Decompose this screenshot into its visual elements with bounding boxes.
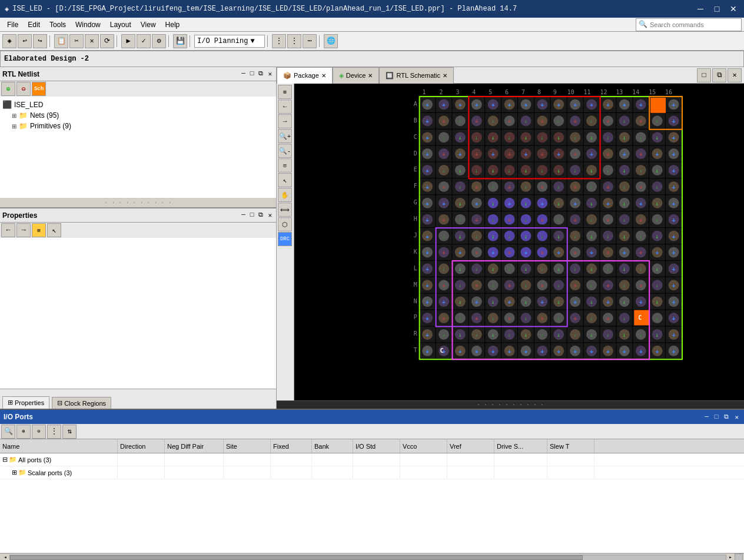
props-back-btn[interactable]: ← [1, 223, 15, 237]
io-ports-maximize[interactable]: □ [713, 413, 720, 421]
io-filter-btn[interactable]: ⋮ [47, 425, 61, 439]
toolbar-new-btn[interactable]: ◈ [2, 34, 16, 48]
toolbar-refresh-btn[interactable]: ⟳ [100, 34, 114, 48]
vsb-zoom-out-btn[interactable]: 🔍- [278, 144, 292, 158]
tab-properties[interactable]: ⊞ Properties [2, 396, 49, 409]
toolbar-pin3-btn[interactable]: ⋯ [303, 34, 317, 48]
tab-package[interactable]: 📦 Package ✕ [277, 67, 333, 84]
tab-rtl-schematic[interactable]: 🔲 RTL Schematic ✕ [379, 67, 454, 84]
tree-item-primitives[interactable]: ⊞ 📁 Primitives (9) [12, 121, 274, 131]
search-box[interactable]: 🔍 [636, 18, 742, 31]
scroll-right-btn[interactable]: ▸ [726, 554, 735, 560]
vsb-right-btn[interactable]: → [278, 114, 292, 128]
menu-tools[interactable]: Tools [45, 19, 71, 30]
io-ports-close[interactable]: ✕ [733, 413, 740, 421]
scalar-expand[interactable]: ⊞ [12, 469, 17, 476]
io-col-iostd[interactable]: I/O Std [353, 439, 400, 453]
horizontal-scrollbar[interactable]: ◂ ▸ [0, 553, 744, 560]
io-sort-btn[interactable]: ⇅ [62, 425, 77, 439]
vsb-route-btn[interactable]: ⬡ [278, 217, 292, 231]
props-cursor-btn[interactable]: ↖ [47, 223, 61, 237]
toolbar-flow-btn[interactable]: ▶ [121, 34, 135, 48]
io-col-slew[interactable]: Slew T [547, 439, 594, 453]
menu-window[interactable]: Window [71, 19, 105, 30]
toolbar-settings-btn[interactable]: ⚙ [152, 34, 166, 48]
io-row-allports[interactable]: ⊟ 📁 All ports (3) [0, 453, 744, 466]
menu-edit[interactable]: Edit [23, 19, 45, 30]
view-float-btn[interactable]: ⧉ [712, 68, 726, 82]
toolbar-delete-btn[interactable]: ✕ [85, 34, 99, 48]
toolbar-redo-btn[interactable]: ↪ [33, 34, 47, 48]
menu-view[interactable]: View [136, 19, 161, 30]
menu-help[interactable]: Help [161, 19, 185, 30]
rtl-collapse-btn[interactable]: ⊖ [16, 82, 31, 96]
rtl-netlist-float[interactable]: ⧉ [257, 70, 265, 78]
toolbar-copy-btn[interactable]: 📋 [54, 34, 68, 48]
toolbar-undo-btn[interactable]: ↩ [18, 34, 32, 48]
props-close[interactable]: ✕ [266, 211, 274, 219]
io-collapse-btn[interactable]: ⊖ [32, 425, 46, 439]
toolbar-dropdown[interactable]: I/O Planning ▼ [194, 35, 265, 48]
toolbar-pin1-btn[interactable]: ⋮ [272, 34, 286, 48]
io-col-vcco[interactable]: Vcco [400, 439, 447, 453]
io-ports-minimize[interactable]: ─ [703, 413, 710, 421]
toolbar-check-btn[interactable]: ✓ [137, 34, 151, 48]
prims-expand-icon[interactable]: ⊞ [12, 123, 16, 130]
vsb-drag-btn[interactable]: ✋ [278, 188, 292, 202]
scroll-thumb[interactable] [10, 555, 583, 560]
scroll-left-btn[interactable]: ◂ [1, 554, 9, 560]
view-maximize-btn[interactable]: □ [697, 68, 711, 82]
view-content[interactable]: 1 2 3 4 5 6 7 8 9 10 11 12 13 14 [294, 84, 744, 400]
io-col-direction[interactable]: Direction [118, 439, 165, 453]
io-col-vref[interactable]: Vref [447, 439, 494, 453]
maximize-button[interactable]: □ [711, 4, 723, 14]
vsb-left-btn[interactable]: ← [278, 100, 292, 114]
tab-device[interactable]: ◈ Device ✕ [333, 67, 380, 84]
toolbar-save-btn[interactable]: 💾 [173, 34, 187, 48]
props-restore[interactable]: □ [248, 211, 256, 219]
vsb-select-btn[interactable]: ↖ [278, 173, 292, 187]
vsb-drc-btn[interactable]: DRC [278, 232, 292, 246]
tree-item-nets[interactable]: ⊞ 📁 Nets (95) [12, 110, 274, 121]
io-col-fixed[interactable]: Fixed [271, 439, 312, 453]
view-close-btn[interactable]: ✕ [728, 68, 742, 82]
vsb-zoom-fit-btn[interactable]: ⊡ [278, 158, 292, 173]
tree-root-item[interactable]: ⬛ ISE_LED [2, 99, 274, 110]
menu-file[interactable]: File [2, 19, 23, 30]
toolbar-pin2-btn[interactable]: ⋮ [287, 34, 301, 48]
rtl-netlist-restore[interactable]: □ [248, 70, 256, 78]
props-minimize[interactable]: ─ [240, 211, 247, 219]
io-expand-btn[interactable]: ⊕ [16, 425, 31, 439]
tab-clock-regions[interactable]: ⊟ Clock Regions [52, 397, 111, 409]
rtl-netlist-close[interactable]: ✕ [266, 70, 274, 78]
io-ports-float[interactable]: ⧉ [722, 413, 730, 421]
toolbar-globe-btn[interactable]: 🌐 [324, 34, 338, 48]
minimize-button[interactable]: ─ [695, 4, 706, 14]
io-search-btn[interactable]: 🔍 [1, 425, 15, 439]
rtl-tab-close[interactable]: ✕ [443, 72, 447, 79]
io-col-drives[interactable]: Drive S... [494, 439, 547, 453]
io-col-negdiff[interactable]: Neg Diff Pair [165, 439, 224, 453]
io-col-name[interactable]: Name [0, 439, 118, 453]
vsb-stretch-btn[interactable]: ⟺ [278, 203, 292, 217]
close-button[interactable]: ✕ [728, 4, 739, 14]
props-fwd-btn[interactable]: → [16, 223, 31, 237]
io-col-site[interactable]: Site [224, 439, 271, 453]
nets-expand-icon[interactable]: ⊞ [12, 112, 16, 119]
io-row-scalar[interactable]: ⊞ 📁 Scalar ports (3) [0, 466, 744, 479]
vsb-zoom-in-btn[interactable]: 🔍+ [278, 129, 292, 143]
search-input[interactable] [650, 21, 732, 28]
rtl-netlist-minimize[interactable]: ─ [240, 70, 247, 78]
device-tab-close[interactable]: ✕ [368, 72, 373, 79]
rtl-schematic-btn[interactable]: Sch [32, 82, 46, 96]
vsb-fit-btn[interactable]: ⊞ [278, 85, 292, 99]
props-select-btn[interactable]: ⊞ [32, 223, 46, 237]
menu-layout[interactable]: Layout [105, 19, 136, 30]
io-col-bank[interactable]: Bank [312, 439, 353, 453]
toolbar-cut-btn[interactable]: ✂ [69, 34, 84, 48]
allports-expand[interactable]: ⊟ [2, 456, 8, 463]
scroll-track[interactable] [9, 555, 726, 560]
rtl-expand-btn[interactable]: ⊕ [1, 82, 15, 96]
props-float[interactable]: ⧉ [257, 211, 265, 219]
package-tab-close[interactable]: ✕ [321, 72, 326, 79]
